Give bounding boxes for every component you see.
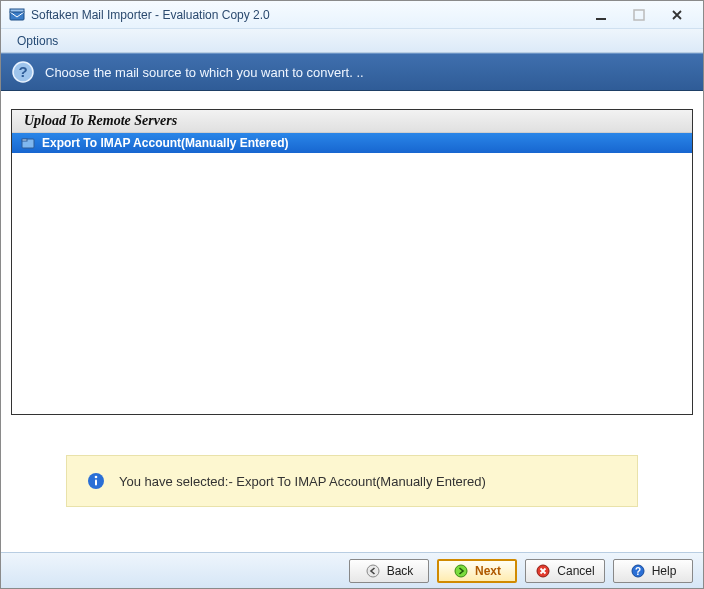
app-icon: [9, 7, 25, 23]
menu-options[interactable]: Options: [9, 31, 66, 51]
help-label: Help: [652, 564, 677, 578]
svg-text:?: ?: [18, 63, 27, 80]
title-bar: Softaken Mail Importer - Evaluation Copy…: [1, 1, 703, 29]
help-button[interactable]: ? Help: [613, 559, 693, 583]
svg-text:?: ?: [635, 565, 641, 576]
status-box: You have selected:- Export To IMAP Accou…: [66, 455, 638, 507]
main-content: Upload To Remote Servers Export To IMAP …: [1, 91, 703, 552]
arrow-left-icon: [365, 563, 381, 579]
instruction-banner: ? Choose the mail source to which you wa…: [1, 53, 703, 91]
status-text: You have selected:- Export To IMAP Accou…: [119, 474, 486, 489]
close-button[interactable]: [665, 5, 689, 25]
window-controls: [589, 5, 699, 25]
svg-rect-1: [10, 9, 24, 12]
arrow-right-icon: [453, 563, 469, 579]
window-title: Softaken Mail Importer - Evaluation Copy…: [31, 8, 589, 22]
back-button[interactable]: Back: [349, 559, 429, 583]
next-label: Next: [475, 564, 501, 578]
svg-point-9: [95, 476, 98, 479]
instruction-text: Choose the mail source to which you want…: [45, 65, 364, 80]
source-list-panel: Upload To Remote Servers Export To IMAP …: [11, 109, 693, 415]
next-button[interactable]: Next: [437, 559, 517, 583]
svg-rect-7: [22, 139, 27, 141]
svg-rect-10: [95, 480, 97, 486]
source-list: Export To IMAP Account(Manually Entered): [12, 133, 692, 414]
svg-rect-2: [596, 18, 606, 20]
app-window: Softaken Mail Importer - Evaluation Copy…: [0, 0, 704, 589]
cancel-button[interactable]: Cancel: [525, 559, 605, 583]
svg-point-12: [455, 565, 467, 577]
cancel-label: Cancel: [557, 564, 594, 578]
svg-rect-3: [634, 10, 644, 20]
svg-point-11: [367, 565, 379, 577]
help-circle-icon: ?: [11, 60, 35, 84]
menu-bar: Options: [1, 29, 703, 53]
cancel-icon: [535, 563, 551, 579]
minimize-button[interactable]: [589, 5, 613, 25]
list-item[interactable]: Export To IMAP Account(Manually Entered): [12, 133, 692, 153]
group-header: Upload To Remote Servers: [12, 110, 692, 133]
footer-bar: Back Next Cancel: [1, 552, 703, 588]
back-label: Back: [387, 564, 414, 578]
folder-icon: [20, 135, 36, 151]
list-item-label: Export To IMAP Account(Manually Entered): [42, 136, 288, 150]
help-icon: ?: [630, 563, 646, 579]
maximize-button[interactable]: [627, 5, 651, 25]
info-icon: [87, 472, 105, 490]
